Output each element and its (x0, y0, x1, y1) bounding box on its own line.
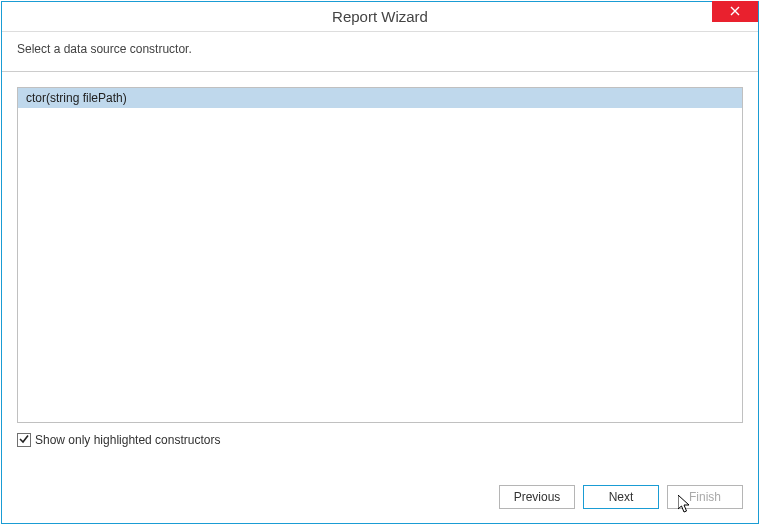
instruction-text: Select a data source constructor. (2, 32, 758, 72)
close-icon (730, 5, 740, 19)
titlebar[interactable]: Report Wizard (2, 2, 758, 32)
constructor-item[interactable]: ctor(string filePath) (18, 88, 742, 108)
highlighted-checkbox-row: Show only highlighted constructors (17, 433, 743, 447)
checkmark-icon (18, 433, 30, 448)
close-button[interactable] (712, 1, 758, 22)
constructor-listbox[interactable]: ctor(string filePath) (17, 87, 743, 423)
highlighted-checkbox[interactable] (17, 433, 31, 447)
previous-button[interactable]: Previous (499, 485, 575, 509)
wizard-window: Report Wizard Select a data source const… (1, 1, 759, 524)
next-button[interactable]: Next (583, 485, 659, 509)
finish-button: Finish (667, 485, 743, 509)
constructor-item-label: ctor(string filePath) (26, 91, 127, 105)
button-row: Previous Next Finish (499, 485, 743, 509)
highlighted-checkbox-label[interactable]: Show only highlighted constructors (35, 433, 220, 447)
content-area: ctor(string filePath) Show only highligh… (2, 72, 758, 462)
window-title: Report Wizard (332, 8, 428, 25)
